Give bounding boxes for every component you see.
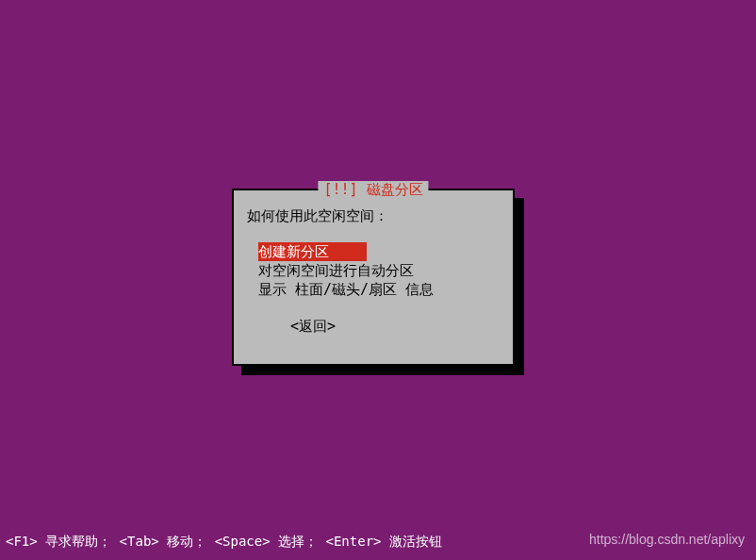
menu-item-auto-partition[interactable]: 对空闲空间进行自动分区: [258, 261, 500, 280]
space-text: 选择；: [278, 534, 318, 549]
back-button[interactable]: <返回>: [247, 318, 500, 336]
title-text: 磁盘分区: [367, 181, 423, 198]
watermark: https://blog.csdn.net/aplixy: [589, 532, 745, 547]
f1-key: <F1>: [6, 534, 38, 549]
tab-key: <Tab>: [120, 534, 159, 549]
partition-dialog: [!!] 磁盘分区 如何使用此空闲空间： 创建新分区 对空闲空间进行自动分区 显…: [232, 189, 515, 366]
enter-text: 激活按钮: [389, 534, 442, 549]
dialog-content: 如何使用此空闲空间： 创建新分区 对空闲空间进行自动分区 显示 柱面/磁头/扇区…: [234, 190, 513, 345]
prompt-text: 如何使用此空闲空间：: [247, 207, 500, 225]
tab-text: 移动；: [167, 534, 206, 549]
footer-help-bar: <F1> 寻求帮助； <Tab> 移动； <Space> 选择； <Enter>…: [6, 534, 442, 551]
menu-item-create-partition[interactable]: 创建新分区: [258, 242, 367, 261]
space-key: <Space>: [215, 534, 271, 549]
menu-item-show-chs[interactable]: 显示 柱面/磁头/扇区 信息: [258, 280, 500, 299]
dialog-title: [!!] 磁盘分区: [318, 181, 428, 199]
menu-list: 创建新分区 对空闲空间进行自动分区 显示 柱面/磁头/扇区 信息: [247, 242, 500, 299]
f1-text: 寻求帮助；: [45, 534, 111, 549]
enter-key: <Enter>: [326, 534, 382, 549]
title-prefix: [!!]: [323, 181, 357, 198]
